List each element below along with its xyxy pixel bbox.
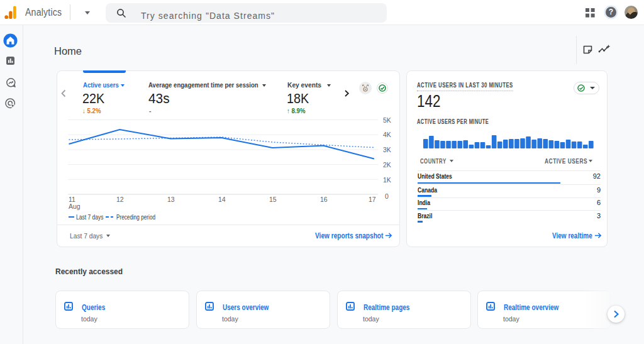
svg-text:0: 0 xyxy=(385,192,389,200)
svg-text:3K: 3K xyxy=(383,146,391,153)
svg-text:4K: 4K xyxy=(383,131,391,138)
svg-text:14: 14 xyxy=(218,196,226,203)
svg-text:1K: 1K xyxy=(383,176,391,184)
svg-text:5K: 5K xyxy=(383,116,391,124)
svg-text:16: 16 xyxy=(320,196,328,203)
svg-text:12: 12 xyxy=(116,196,124,203)
svg-text:15: 15 xyxy=(269,196,277,203)
svg-text:13: 13 xyxy=(167,196,175,203)
svg-text:Aug: Aug xyxy=(69,203,80,210)
svg-text:17: 17 xyxy=(369,196,376,203)
svg-text:2K: 2K xyxy=(383,161,391,169)
